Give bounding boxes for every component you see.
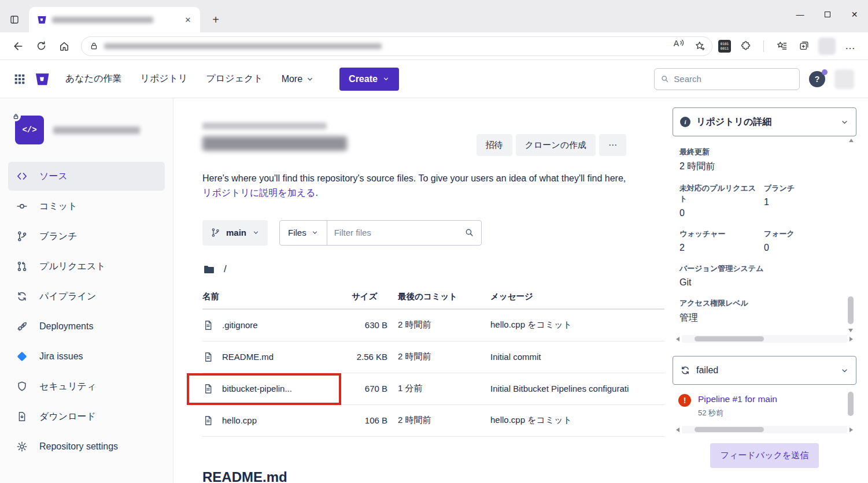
read-aloud-icon[interactable]: A <box>671 39 686 54</box>
sidebar-item-deployments[interactable]: Deployments <box>8 312 165 341</box>
current-path[interactable]: / <box>224 263 227 275</box>
sidebar-item-label: プルリクエスト <box>39 261 106 273</box>
pipelines-status-dropdown[interactable]: failed <box>673 356 856 385</box>
commit-time-link[interactable]: 1 分前 <box>398 383 490 394</box>
create-button[interactable]: Create <box>339 68 399 91</box>
table-row-highlighted[interactable]: bitbucket-pipelin... 670 B 1 分前 Initial … <box>202 373 664 405</box>
files-filter-group: Files <box>279 220 482 246</box>
sidebar-item-label: コミット <box>39 200 77 213</box>
commit-message-link[interactable]: hello.cpp をコミット <box>490 415 664 426</box>
sidebar-item-commits[interactable]: コミット <box>8 192 165 221</box>
chevron-down-icon <box>311 229 319 236</box>
sidebar-item-branches[interactable]: ブランチ <box>8 222 165 251</box>
file-name-link[interactable]: bitbucket-pipelin... <box>222 384 292 393</box>
search-icon <box>660 74 669 84</box>
branch-selector[interactable]: main <box>202 220 268 246</box>
page-content: </> ソース コミット ブランチ <box>0 98 868 483</box>
sidebar-item-label: パイプライン <box>39 291 96 303</box>
invite-button[interactable]: 招待 <box>477 134 512 156</box>
info-icon: i <box>680 117 690 127</box>
file-name-link[interactable]: .gitignore <box>222 320 258 330</box>
extensions-puzzle-icon[interactable] <box>738 39 753 54</box>
nav-repositories[interactable]: リポジトリ <box>141 73 188 85</box>
repo-name-redacted <box>53 127 140 134</box>
send-feedback-button[interactable]: フィードバックを送信 <box>710 443 819 468</box>
search-box[interactable] <box>654 68 800 90</box>
branch-name: main <box>226 228 246 237</box>
sidebar-item-settings[interactable]: Repository settings <box>8 432 165 461</box>
pipelines-icon <box>15 289 29 303</box>
gear-icon <box>15 440 29 454</box>
nav-projects[interactable]: プロジェクト <box>206 73 263 85</box>
pipeline-link[interactable]: Pipeline #1 for main <box>698 394 777 404</box>
add-description-link[interactable]: リポジトリに説明を加える <box>202 188 315 198</box>
sidebar-item-source[interactable]: ソース <box>8 162 165 191</box>
maximize-button[interactable] <box>814 0 841 29</box>
notification-dot <box>822 69 828 75</box>
sidebar-item-jira-issues[interactable]: Jira issues <box>8 342 165 371</box>
source-controls: main Files <box>202 220 664 246</box>
col-name: 名前 <box>202 291 352 302</box>
details-horizontal-scrollbar[interactable] <box>674 335 855 343</box>
file-icon <box>202 383 214 395</box>
commit-message-link[interactable]: Initial Bitbucket Pipelines configurati <box>490 384 664 393</box>
sidebar-item-downloads[interactable]: ダウンロード <box>8 402 165 431</box>
favorites-bar-icon[interactable] <box>774 39 789 54</box>
commit-time-link[interactable]: 2 時間前 <box>398 319 490 330</box>
back-button[interactable] <box>7 35 29 57</box>
collections-icon[interactable] <box>796 39 811 54</box>
repo-details-dropdown[interactable]: i リポジトリの詳細 <box>673 107 856 136</box>
refresh-button[interactable] <box>30 35 52 57</box>
chevron-down-icon <box>382 75 390 83</box>
browser-tab[interactable]: ✕ <box>29 7 200 32</box>
more-actions-button[interactable]: ⋯ <box>599 134 626 156</box>
help-button[interactable]: ? <box>809 71 825 87</box>
binary-extension-icon[interactable]: 01010011 <box>718 40 731 53</box>
minimize-button[interactable]: — <box>786 0 814 29</box>
filter-files-input[interactable] <box>334 228 460 237</box>
pipeline-vertical-scrollbar[interactable] <box>847 387 855 423</box>
sidebar-item-label: ダウンロード <box>39 411 96 423</box>
pipeline-horizontal-scrollbar[interactable] <box>674 425 855 434</box>
toolbar-divider <box>763 40 764 52</box>
tab-actions-icon[interactable] <box>0 7 29 32</box>
user-avatar[interactable] <box>834 69 854 89</box>
commit-time-link[interactable]: 2 時間前 <box>398 351 490 362</box>
browser-profile-avatar[interactable] <box>818 38 836 55</box>
search-input[interactable] <box>674 74 793 84</box>
readme-heading: README.md <box>202 469 664 483</box>
pipeline-time: 52 秒前 <box>698 408 777 418</box>
table-row[interactable]: hello.cpp 106 B 2 時間前 hello.cpp をコミット <box>202 405 664 437</box>
sidebar-item-pipelines[interactable]: パイプライン <box>8 282 165 311</box>
nav-more[interactable]: More <box>282 74 314 84</box>
home-button[interactable] <box>53 35 75 57</box>
bitbucket-logo-icon[interactable] <box>35 72 49 86</box>
table-row[interactable]: .gitignore 630 B 2 時間前 hello.cpp をコミット <box>202 310 664 341</box>
col-message: メッセージ <box>490 291 664 302</box>
commit-message-link[interactable]: hello.cpp をコミット <box>490 319 664 330</box>
clone-button[interactable]: クローンの作成 <box>516 134 596 156</box>
files-dropdown[interactable]: Files <box>280 221 327 245</box>
address-bar[interactable]: A <box>81 36 712 56</box>
nav-your-work[interactable]: あなたの作業 <box>65 73 122 85</box>
navbar-extensions: 01010011 … <box>718 38 861 55</box>
file-name-link[interactable]: README.md <box>222 352 274 362</box>
commit-message-link[interactable]: Initial commit <box>490 352 664 362</box>
sidebar-item-label: ブランチ <box>39 231 77 243</box>
sidebar-item-security[interactable]: セキュリティ <box>8 372 165 401</box>
download-icon <box>15 410 29 423</box>
browser-settings-icon[interactable]: … <box>843 39 858 54</box>
commit-time-link[interactable]: 2 時間前 <box>398 415 490 426</box>
close-window-button[interactable]: ✕ <box>841 0 868 29</box>
file-name-link[interactable]: hello.cpp <box>222 415 257 425</box>
file-size: 2.56 KB <box>352 352 398 362</box>
app-switcher-icon[interactable] <box>14 73 25 85</box>
sidebar-item-pull-requests[interactable]: プルリクエスト <box>8 252 165 281</box>
add-favorite-icon[interactable] <box>692 39 707 54</box>
new-tab-button[interactable]: + <box>206 10 226 29</box>
tab-close-icon[interactable]: ✕ <box>182 13 194 26</box>
repo-avatar[interactable]: </> <box>15 116 44 144</box>
table-row[interactable]: README.md 2.56 KB 2 時間前 Initial commit <box>202 341 664 373</box>
pull-request-icon <box>15 259 29 273</box>
details-vertical-scrollbar[interactable] <box>847 139 855 332</box>
